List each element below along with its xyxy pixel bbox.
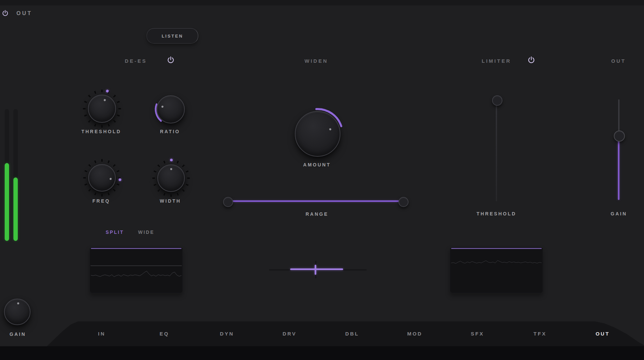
bottom-strip (0, 346, 644, 360)
input-gain-knob[interactable] (4, 299, 31, 325)
widen-amount-label: AMOUNT (283, 162, 351, 167)
dees-mode-toggle: SPLIT WIDE (106, 229, 154, 235)
power-icon-dees[interactable] (166, 56, 175, 64)
plugin-window: OUT LISTEN DE-ES WIDEN LIMITER OUT THRES… (0, 0, 644, 360)
tab-dbl[interactable]: DBL (321, 327, 384, 340)
meter-left-fill (5, 163, 9, 241)
input-gain-label: GAIN (0, 331, 51, 337)
tab-out[interactable]: OUT (571, 327, 634, 340)
tab-drv[interactable]: DRV (258, 327, 321, 340)
power-icon-master[interactable] (1, 9, 9, 17)
window-title: OUT (16, 10, 32, 16)
out-gain-track-upper[interactable] (618, 99, 620, 134)
knob-pointer-dot (88, 163, 117, 193)
out-gain-label: GAIN (585, 211, 644, 216)
meter-right (13, 109, 18, 241)
widen-range-handle-right[interactable] (398, 197, 409, 207)
tab-mod[interactable]: MOD (383, 327, 446, 340)
widen-range-track[interactable] (229, 200, 401, 202)
knob-pointer-dot (158, 165, 184, 191)
dees-display (90, 247, 183, 293)
bottom-nav-tabs: IN EQ DYN DRV DBL MOD SFX TFX OUT (70, 327, 634, 340)
widen-range-label: RANGE (283, 211, 351, 217)
limiter-threshold-handle[interactable] (492, 95, 502, 106)
out-gain-fill[interactable] (618, 140, 620, 200)
section-title-out: OUT (585, 58, 644, 64)
tab-in[interactable]: IN (70, 327, 133, 340)
balance-center-marker[interactable] (315, 265, 316, 275)
section-title-widen: WIDEN (283, 58, 350, 64)
dees-width-knob[interactable] (157, 164, 185, 192)
dees-threshold-knob[interactable] (88, 95, 116, 123)
dees-ratio-label: RATIO (137, 129, 204, 134)
tab-tfx[interactable]: TFX (509, 327, 572, 340)
limiter-waveform (451, 249, 542, 292)
dees-mode-wide[interactable]: WIDE (138, 229, 155, 235)
knob-pointer-dot (4, 298, 31, 325)
tab-eq[interactable]: EQ (133, 327, 196, 340)
limiter-threshold-label: THRESHOLD (463, 211, 530, 216)
dees-ratio-knob[interactable] (157, 95, 185, 123)
widen-range-handle-left[interactable] (223, 197, 233, 207)
dees-freq-label: FREQ (68, 198, 135, 204)
meter-right-fill (13, 177, 18, 241)
tab-dyn[interactable]: DYN (196, 327, 258, 340)
section-title-dees: DE-ES (102, 58, 169, 64)
out-gain-handle[interactable] (614, 131, 625, 142)
dees-freq-knob[interactable] (88, 164, 116, 192)
dees-mode-split[interactable]: SPLIT (106, 229, 124, 235)
limiter-threshold-track[interactable] (496, 102, 497, 201)
top-strip (0, 0, 644, 5)
listen-button[interactable]: LISTEN (147, 28, 198, 44)
meter-left (5, 109, 9, 241)
tab-sfx[interactable]: SFX (446, 327, 509, 340)
balance-value-bar[interactable] (290, 268, 343, 270)
dees-threshold-label: THRESHOLD (68, 129, 135, 134)
section-title-limiter: LIMITER (463, 58, 530, 64)
dees-waveform (91, 249, 181, 292)
dees-width-label: WIDTH (137, 198, 204, 204)
widen-amount-knob[interactable] (295, 111, 340, 157)
power-icon-limiter[interactable] (527, 56, 536, 64)
limiter-display (450, 247, 543, 293)
